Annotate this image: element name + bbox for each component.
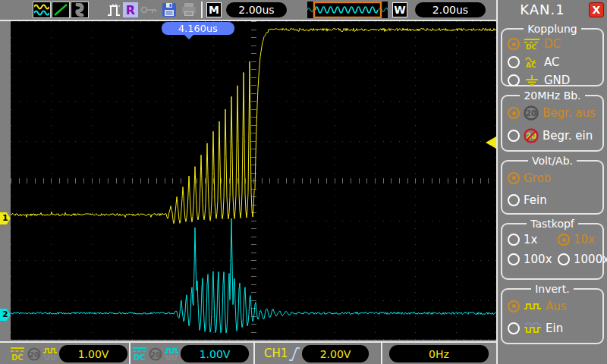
statusbar-separator [129,343,131,364]
option-label: Grob [524,171,551,185]
line-cursor-icon[interactable] [52,2,70,18]
single-pulse-icon [106,2,123,17]
option-probe-1x[interactable]: 1x [502,230,552,249]
radio-icon [508,38,520,50]
dc-coupling-icon: DC [524,38,540,50]
option-probe-100x[interactable]: 100x [502,249,552,269]
print-icon [181,2,197,17]
section-bandwidth: 20MHz Bb. 20 Begr. aus 20 Begr. ein [501,95,604,152]
waveform-inverted-icon [524,322,542,335]
panel-title: KAN.1 [498,2,587,17]
trigger-level-marker[interactable] [486,136,496,149]
single-pulse-icon[interactable] [105,2,124,18]
option-label: 1x [524,233,537,246]
svg-text:20: 20 [151,351,161,359]
gnd-coupling-icon [524,74,540,86]
ch2-dc-coupling-icon: DC [132,346,147,362]
radio-icon [558,253,570,265]
run-record-icon[interactable]: R [123,2,138,17]
scope-graticule-canvas [11,21,496,340]
option-bandwidth-off[interactable]: 20 Begr. aus [502,102,602,124]
statusbar-separator [381,343,382,364]
option-label: 100x [524,253,552,266]
window-timebase-icon: W [392,2,407,17]
option-coupling-dc[interactable]: DC DC [502,35,602,53]
option-label: AC [544,55,559,69]
option-coupling-gnd[interactable]: GND [502,71,602,89]
option-label: DC [544,37,561,51]
status-bar: DC 20 1.00V DC 20 1.00V CH1 2.00V 0Hz [0,341,496,364]
save-floppy-icon[interactable] [160,2,178,18]
section-title-kopplung: Kopplung [524,23,580,35]
main-timebase-icon: M [206,2,222,17]
option-bandwidth-on[interactable]: 20 Begr. ein [502,124,602,147]
svg-text:AC: AC [526,61,536,68]
option-invert-ein[interactable]: Ein [502,317,602,339]
waveform-normal-icon [524,301,542,312]
option-probe-10x[interactable]: 10x [552,230,602,249]
section-invert: Invert. Aus Ein [501,288,604,344]
delay-time-badge: 4.160us [162,22,234,35]
save-floppy-icon [162,2,177,17]
ch1-invert-state-icon [42,347,58,362]
ch2-scale-value: 1.00V [181,345,249,362]
section-title-volt-ab: Volt/Ab. [528,155,577,167]
option-probe-1000x[interactable]: 1000x [552,249,602,269]
section-title-bandwidth: 20MHz Bb. [520,89,584,102]
persistence-icon[interactable] [71,2,89,18]
ac-coupling-icon: AC [524,56,540,68]
option-coupling-ac[interactable]: AC AC [502,53,602,71]
option-label: GND [544,74,570,87]
section-title-tastkopf: Tastkopf [527,218,578,230]
radio-icon [558,234,570,246]
ch1-ground-marker[interactable]: 1 [0,212,11,224]
option-label: Ein [546,322,563,335]
option-label: Fein [524,193,547,207]
option-label: 10x [574,233,595,246]
ch2-ground-marker[interactable]: 2 [0,309,11,321]
persistence-icon [72,3,87,17]
bandwidth-20-on-icon: 20 [524,128,539,143]
print-icon[interactable] [180,2,198,18]
option-grob[interactable]: Grob [502,167,602,189]
svg-text:20: 20 [526,109,536,118]
radio-icon [508,234,520,246]
svg-text:DC: DC [526,43,536,50]
window-timebase-value: 2.00us [415,2,486,17]
option-invert-aus[interactable]: Aus [502,295,602,317]
radio-icon [508,56,520,68]
svg-text:DC: DC [11,353,24,362]
radio-icon [508,74,520,86]
section-title-invert: Invert. [531,283,574,295]
close-icon[interactable]: X [589,2,604,17]
section-volt-ab: Volt/Ab. Grob Fein [501,160,604,215]
svg-text:20: 20 [30,351,39,359]
radio-icon [508,107,520,119]
channels-waveform-icon [34,3,49,17]
trigger-frequency-value: 0Hz [389,345,489,362]
option-label: Aus [546,300,567,313]
ch2-bandwidth-20-icon: 20 [149,347,162,361]
trigger-rising-edge-icon [288,346,300,362]
line-cursor-icon [53,3,68,17]
ch2-invert-state-icon [164,347,179,362]
radio-icon [508,172,520,184]
svg-text:DC: DC [134,353,146,362]
radio-icon [508,300,520,312]
section-tastkopf: Tastkopf 1x 10x 100x 1000x [501,223,604,280]
statusbar-separator [253,343,255,364]
channels-waveform-icon[interactable] [33,2,51,18]
zoom-window-preview[interactable] [307,2,388,18]
trigger-source-label: CH1 [264,347,288,360]
ch1-bandwidth-20-icon: 20 [27,347,41,361]
ch1-scale-value: 1.00V [59,345,127,362]
option-fein[interactable]: Fein [502,189,602,211]
option-label: Begr. ein [543,129,593,143]
panel-header: KAN.1 X [498,0,607,20]
key-lock-icon [140,5,159,15]
radio-icon [508,194,520,206]
main-timebase-value: 2.00us [226,2,287,17]
key-lock-icon[interactable] [140,2,159,18]
section-kopplung: Kopplung DC DC AC AC GND [501,28,604,86]
channel-menu-panel: KAN.1 X Kopplung DC DC AC AC [496,0,607,364]
